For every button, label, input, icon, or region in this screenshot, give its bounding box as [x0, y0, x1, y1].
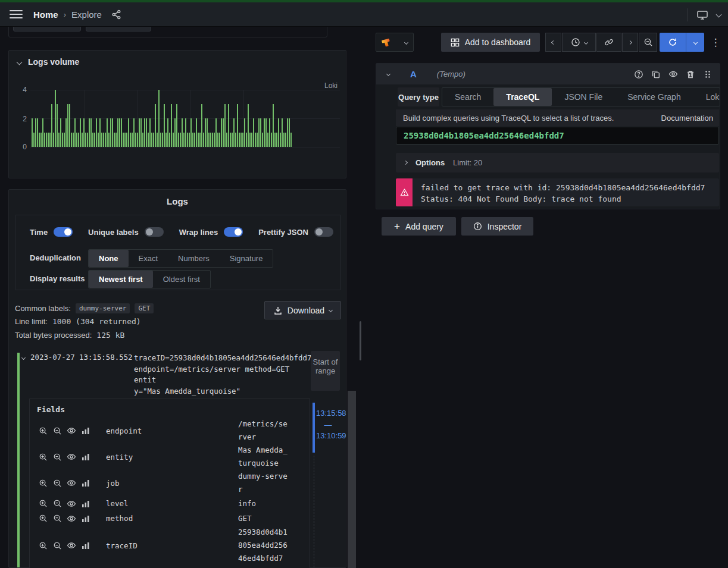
field-stats-icon[interactable]	[81, 541, 90, 550]
breadcrumb-home[interactable]: Home	[33, 10, 58, 20]
refresh-button[interactable]	[660, 33, 686, 52]
field-stats-icon[interactable]	[81, 426, 90, 435]
tab-json-file[interactable]: JSON File	[552, 88, 615, 106]
field-stats-icon[interactable]	[81, 452, 90, 462]
options-row[interactable]: Options Limit: 20	[396, 153, 719, 172]
toggle-field-visibility-eye-icon[interactable]	[67, 452, 76, 462]
inspector-button[interactable]: Inspector	[461, 217, 533, 236]
volume-bar	[132, 133, 133, 147]
display-option[interactable]: Newest first	[89, 271, 153, 288]
tab-service-graph[interactable]: Service Graph	[615, 88, 693, 106]
toggle-visibility-eye-icon[interactable]	[668, 70, 678, 79]
field-row-method: methodGET	[30, 511, 310, 526]
field-actions	[38, 541, 90, 550]
datasource-picker[interactable]	[376, 33, 414, 52]
volume-bar	[162, 133, 163, 147]
field-name: job	[106, 479, 120, 488]
toggle-field-visibility-eye-icon[interactable]	[67, 499, 76, 509]
collapse-chevron-icon[interactable]	[17, 59, 23, 65]
field-row-endpoint: endpoint/metrics/server	[30, 418, 310, 444]
menu-icon[interactable]	[10, 10, 23, 18]
shift-time-back-button[interactable]	[545, 33, 561, 52]
toggle-switch[interactable]	[145, 227, 164, 237]
volume-bar	[126, 133, 127, 147]
refresh-interval-button[interactable]	[686, 33, 704, 52]
dedup-option[interactable]: None	[89, 250, 129, 267]
volume-bar	[87, 133, 88, 147]
filter-out-value-icon[interactable]	[52, 514, 62, 523]
share-icon[interactable]	[111, 10, 121, 20]
filter-out-value-icon[interactable]	[52, 452, 62, 462]
filter-out-value-icon[interactable]	[52, 478, 62, 488]
add-to-dashboard-button[interactable]: Add to dashboard	[441, 33, 540, 52]
toggle-field-visibility-eye-icon[interactable]	[67, 478, 76, 488]
remove-query-trash-icon[interactable]	[686, 70, 695, 79]
field-actions	[38, 426, 90, 435]
field-row-level: levelinfo	[30, 496, 310, 511]
download-button[interactable]: Download	[264, 301, 341, 319]
traceql-query-input[interactable]: 25938d0d4b1805ea4dd25646ed4bfdd7	[396, 127, 719, 145]
left-pane-scrollbar[interactable]	[348, 391, 356, 568]
dedup-option[interactable]: Signature	[220, 250, 273, 267]
volume-bar	[185, 118, 186, 147]
tab-loki-search[interactable]: Loki Search	[693, 88, 720, 106]
documentation-link[interactable]: Documentation	[661, 114, 713, 123]
pane-splitter-handle[interactable]	[360, 321, 361, 360]
breadcrumb-separator: ›	[64, 10, 66, 19]
expand-log-chevron-icon[interactable]	[21, 356, 26, 360]
toggle-field-visibility-eye-icon[interactable]	[67, 541, 76, 550]
duplicate-query-icon[interactable]	[651, 70, 661, 79]
logs-volume-chart[interactable]	[30, 90, 340, 147]
tab-traceql[interactable]: TraceQL	[493, 88, 552, 106]
drag-handle-icon[interactable]	[703, 70, 713, 79]
add-query-button[interactable]: + Add query	[382, 217, 456, 236]
toggle-switch[interactable]	[314, 227, 333, 237]
filter-for-value-icon[interactable]	[38, 478, 48, 488]
filter-for-value-icon[interactable]	[38, 452, 48, 462]
query-row-header[interactable]: A (Tempo)	[376, 64, 720, 84]
field-stats-icon[interactable]	[81, 478, 90, 488]
dedup-option[interactable]: Numbers	[168, 250, 220, 267]
query-type-tabs: SearchTraceQLJSON FileService GraphLoki …	[442, 87, 720, 106]
volume-bar	[67, 104, 68, 147]
toggle-field-visibility-eye-icon[interactable]	[67, 426, 76, 435]
breadcrumb-explore[interactable]: Explore	[71, 10, 102, 20]
field-row-job: jobdummy-server	[30, 470, 310, 496]
volume-bar	[144, 118, 145, 147]
filter-out-value-icon[interactable]	[52, 426, 62, 435]
field-value: Mas Amedda_turquoise	[238, 444, 288, 470]
volume-bar	[94, 133, 95, 147]
kebab-menu-icon[interactable]: ⋮	[710, 33, 721, 52]
toggle-switch[interactable]	[224, 227, 243, 237]
filter-for-value-icon[interactable]	[38, 499, 48, 509]
display-option[interactable]: Oldest first	[153, 271, 210, 288]
dedup-option[interactable]: Exact	[129, 250, 168, 267]
chevron-down-icon[interactable]	[716, 12, 722, 18]
monitor-icon[interactable]	[696, 10, 708, 20]
filter-for-value-icon[interactable]	[38, 426, 48, 435]
field-stats-icon[interactable]	[81, 499, 90, 509]
toggle-field-visibility-eye-icon[interactable]	[67, 514, 76, 523]
volume-bar	[140, 118, 142, 147]
volume-bar	[90, 118, 92, 147]
copy-link-button[interactable]	[596, 33, 621, 52]
collapse-query-chevron-icon[interactable]	[386, 72, 390, 76]
volume-bar	[215, 118, 217, 147]
log-message[interactable]: traceID=25938d0d4b1805ea4dd25646ed4bfdd7…	[134, 353, 313, 397]
volume-bar	[182, 118, 183, 147]
shift-time-forward-button[interactable]	[622, 33, 638, 52]
toggle-switch[interactable]	[54, 227, 73, 237]
field-actions	[38, 478, 90, 488]
link-icon	[604, 37, 614, 47]
filter-for-value-icon[interactable]	[38, 514, 48, 523]
refresh-icon	[668, 37, 677, 47]
volume-bar	[76, 133, 77, 147]
time-picker-button[interactable]	[562, 33, 596, 52]
filter-for-value-icon[interactable]	[38, 541, 48, 550]
filter-out-value-icon[interactable]	[52, 541, 62, 550]
help-icon[interactable]	[634, 70, 643, 79]
field-stats-icon[interactable]	[81, 514, 90, 523]
filter-out-value-icon[interactable]	[52, 499, 62, 509]
tab-search[interactable]: Search	[442, 88, 493, 106]
zoom-out-time-button[interactable]	[639, 33, 657, 52]
